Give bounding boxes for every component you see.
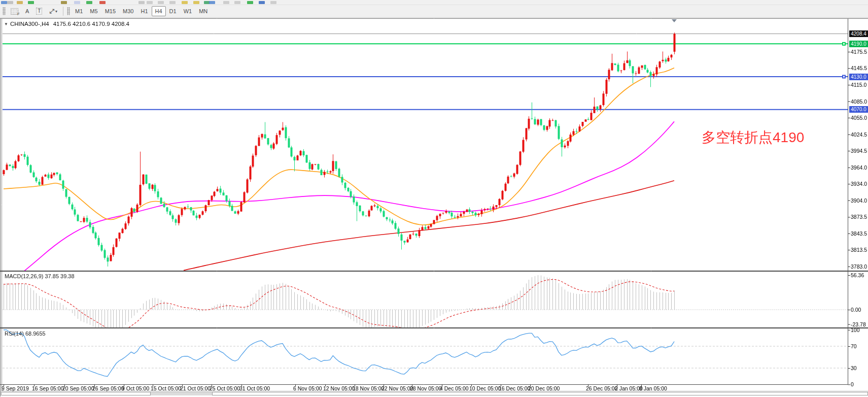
chart-dropdown-icon: ▼ — [4, 22, 8, 26]
toolbar-icon-fragment[interactable] — [99, 1, 106, 4]
timeframe-button-d1[interactable]: D1 — [166, 6, 180, 16]
time-axis-label: 28 Nov 05:00 — [410, 385, 441, 391]
chart-title[interactable]: ▼CHINA300-,H44175.6 4210.6 4170.9 4208.4 — [4, 21, 129, 27]
timeframe-button-h4[interactable]: H4 — [152, 6, 166, 16]
time-axis-label: 12 Nov 05:00 — [323, 385, 355, 391]
macd-axis-label: 0.00 — [851, 307, 861, 313]
toolbar-icon-fragment[interactable] — [17, 1, 23, 4]
toolbar: F A T ⤢ ▾ M1M5M15M30H1H4D1W1MN — [0, 0, 868, 18]
toolbar-icon-fragment[interactable] — [247, 1, 253, 4]
macd-indicator-label: MACD(12,26,9) 37.85 39.38 — [5, 273, 75, 279]
chevron-down-icon: ▾ — [55, 9, 57, 14]
toolbar-icon-fragment[interactable] — [138, 1, 145, 4]
toolbar-icon-fragment[interactable] — [209, 1, 215, 4]
toolbar-icon-fragment[interactable] — [223, 1, 229, 4]
price-axis-label: 4055.0 — [851, 115, 867, 121]
price-level-badge: 4130.0 — [849, 74, 868, 80]
toolbar-grip[interactable] — [67, 7, 70, 15]
time-axis-label: 22 Nov 05:00 — [381, 385, 413, 391]
price-axis-label: 3904.0 — [851, 197, 867, 204]
toolbar-icon-fragment[interactable] — [169, 1, 176, 4]
time-axis-label: 2 Jan 05:00 — [615, 385, 643, 391]
current-price-badge: 4208.4 — [849, 30, 868, 37]
chart-symbol-timeframe: CHINA300-,H4 — [10, 21, 49, 27]
time-axis-label: 9 Oct 05:00 — [122, 385, 149, 391]
time-axis-label: 26 Dec 05:00 — [586, 385, 617, 391]
time-axis-label: 16 Dec 05:00 — [499, 385, 530, 391]
price-level-badge: 4070.0 — [849, 106, 868, 113]
letter-a-icon: A — [25, 8, 29, 14]
hscrollbar-thumb[interactable] — [151, 392, 212, 395]
time-axis-label: 21 Oct 05:00 — [180, 385, 211, 391]
toolbar-icon-fragment[interactable] — [61, 1, 67, 4]
toolbar-row-main: F A T ⤢ ▾ M1M5M15M30H1H4D1W1MN — [0, 5, 868, 17]
timeframe-button-m5[interactable]: M5 — [86, 6, 101, 16]
price-axis-label: 3843.5 — [851, 230, 867, 237]
rsi-axis-label: 0 — [851, 381, 854, 387]
timeframe-bar: M1M5M15M30H1H4D1W1MN — [72, 6, 211, 16]
time-axis-label: 25 Oct 05:00 — [210, 385, 240, 391]
toolbar-icon-fragment[interactable] — [158, 1, 164, 4]
price-axis-label: 4145.5 — [851, 65, 867, 71]
price-axis-label: 3813.5 — [851, 247, 867, 253]
time-axis-label: 20 Dec 05:00 — [528, 385, 560, 391]
toolbar-icon-fragment[interactable] — [86, 1, 92, 4]
time-axis-label: 18 Nov 05:00 — [353, 385, 384, 391]
price-axis-label: 3873.5 — [851, 214, 867, 220]
rsi-axis-label: 100 — [851, 327, 860, 333]
toolbar-icon-fragment[interactable] — [74, 1, 80, 4]
price-axis-label: 4085.0 — [851, 98, 867, 105]
toolbar-icon-fragment[interactable] — [7, 1, 13, 4]
chart-canvas[interactable] — [0, 0, 868, 397]
hscrollbar-track[interactable] — [212, 392, 868, 395]
toolbar-row-clipped — [0, 0, 868, 5]
toolbar-icon-fragment[interactable] — [28, 1, 34, 4]
toolbar-separator — [63, 7, 63, 16]
price-axis-label: 3783.0 — [851, 263, 867, 270]
price-axis-label: 4175.5 — [851, 49, 867, 55]
toolbar-icon-fragment[interactable] — [147, 1, 153, 4]
time-axis-label: 20 Sep 05:00 — [62, 385, 94, 391]
toolbar-icon-fragment[interactable] — [270, 1, 276, 4]
time-axis-label: 8 Jan 05:00 — [639, 385, 667, 391]
time-axis-label: 4 Dec 05:00 — [440, 385, 469, 391]
price-axis-label: 3964.0 — [851, 164, 867, 171]
toolbar-icon-fragment[interactable] — [234, 1, 240, 4]
grid-period-button[interactable]: F — [7, 6, 22, 16]
annotate-text-button[interactable]: A — [22, 6, 32, 16]
text-box-button[interactable]: T — [32, 6, 46, 16]
rsi-axis-label: 30 — [851, 365, 857, 371]
time-axis-label: 6 Nov 05:00 — [293, 385, 322, 391]
time-axis-label: 15 Oct 05:00 — [151, 385, 181, 391]
cursor-mode-button[interactable]: ⤢ ▾ — [46, 6, 61, 16]
toolbar-icon-fragment[interactable] — [1, 1, 7, 4]
timeframe-button-w1[interactable]: W1 — [180, 6, 196, 16]
timeframe-button-m30[interactable]: M30 — [119, 6, 137, 16]
price-axis-label: 3994.5 — [851, 148, 867, 154]
price-axis-label: 3934.0 — [851, 181, 867, 187]
rsi-axis-label: 70 — [851, 343, 857, 349]
grid-icon: F — [11, 8, 18, 15]
time-axis-label: 9 Sep 2019 — [2, 385, 29, 391]
rsi-indicator-label: RSI(14) 68.9655 — [5, 330, 46, 337]
timeframe-button-m1[interactable]: M1 — [72, 6, 86, 16]
chart-ohlc-values: 4175.6 4210.6 4170.9 4208.4 — [53, 21, 129, 27]
price-axis-label: 4024.5 — [851, 131, 867, 138]
macd-axis-label: 56.36 — [851, 272, 864, 278]
time-axis-label: 10 Dec 05:00 — [469, 385, 501, 391]
timeframe-button-m15[interactable]: M15 — [101, 6, 119, 16]
toolbar-grip[interactable] — [3, 7, 6, 15]
time-axis-label: 26 Sep 05:00 — [92, 385, 124, 391]
timeframe-button-mn[interactable]: MN — [195, 6, 211, 16]
hscrollbar-track[interactable] — [1, 392, 151, 395]
time-axis-label: 31 Oct 05:00 — [239, 385, 270, 391]
time-axis-label: 16 Sep 05:00 — [32, 385, 63, 391]
price-level-badge: 4190.0 — [849, 41, 868, 47]
diagonal-arrows-icon: ⤢ — [49, 8, 54, 15]
toolbar-icon-fragment[interactable] — [182, 1, 188, 4]
timeframe-button-h1[interactable]: H1 — [137, 6, 151, 16]
price-axis-label: 4115.0 — [851, 82, 866, 88]
chart-annotation-text: 多空转折点4190 — [702, 128, 804, 147]
toolbar-icon-fragment[interactable] — [193, 1, 199, 4]
toolbar-icon-fragment[interactable] — [259, 1, 265, 4]
